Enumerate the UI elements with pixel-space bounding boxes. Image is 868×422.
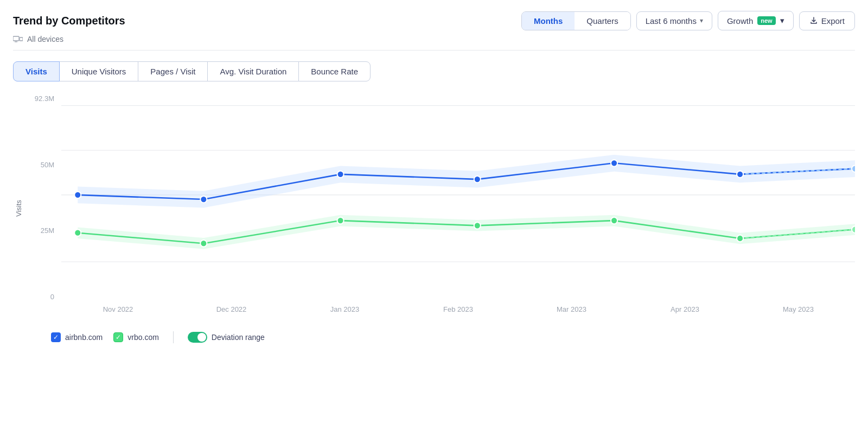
- header-divider: [13, 50, 855, 51]
- last-months-dropdown[interactable]: Last 6 months ▾: [636, 11, 712, 30]
- svg-point-13: [611, 160, 617, 166]
- svg-point-16: [74, 230, 81, 236]
- y-label-92: 92.3M: [26, 95, 59, 103]
- svg-rect-1: [20, 37, 23, 41]
- svg-point-19: [474, 222, 481, 229]
- tab-avg-visit-duration[interactable]: Avg. Visit Duration: [207, 61, 299, 81]
- chart-inner: 92.3M 50M 25M 0: [26, 95, 855, 323]
- x-label-jan: Jan 2023: [312, 305, 378, 313]
- export-button[interactable]: Export: [799, 11, 855, 30]
- subtitle-row: All devices: [13, 35, 855, 43]
- new-badge: new: [757, 16, 775, 25]
- legend-deviation: Deviation range: [188, 332, 265, 343]
- vrbo-label: vrbo.com: [127, 333, 159, 342]
- x-axis-labels: Nov 2022 Dec 2022 Jan 2023 Feb 2023 Mar …: [61, 301, 855, 323]
- vrbo-checkbox[interactable]: ✓: [113, 332, 123, 342]
- airbnb-label: airbnb.com: [65, 333, 103, 342]
- devices-icon: [13, 35, 23, 43]
- tab-unique-visitors[interactable]: Unique Visitors: [59, 61, 139, 81]
- y-label-25: 25M: [26, 226, 59, 235]
- chart-legend: ✓ airbnb.com ✓ vrbo.com Deviation range: [13, 331, 855, 343]
- svg-point-9: [74, 192, 81, 198]
- svg-point-17: [200, 240, 207, 247]
- svg-point-11: [337, 171, 344, 178]
- svg-point-22: [852, 226, 855, 232]
- svg-point-10: [200, 196, 207, 203]
- y-axis-labels: 92.3M 50M 25M 0: [26, 95, 59, 301]
- tab-bounce-rate[interactable]: Bounce Rate: [298, 61, 371, 81]
- growth-dropdown[interactable]: Growth new ▾: [718, 11, 794, 30]
- page-title: Trend by Competitors: [13, 15, 125, 27]
- svg-point-14: [737, 171, 743, 178]
- legend-airbnb: ✓ airbnb.com: [51, 332, 103, 342]
- legend-divider: [173, 331, 174, 343]
- x-label-mar: Mar 2023: [539, 305, 604, 313]
- toggle-knob: [197, 333, 206, 342]
- all-devices-label: All devices: [27, 35, 63, 43]
- legend-vrbo: ✓ vrbo.com: [113, 332, 159, 342]
- tab-pages-per-visit[interactable]: Pages / Visit: [138, 61, 208, 81]
- deviation-label: Deviation range: [212, 333, 265, 342]
- chevron-down-icon: ▾: [700, 17, 703, 24]
- y-label-50: 50M: [26, 161, 59, 169]
- quarters-button[interactable]: Quarters: [575, 12, 630, 30]
- svg-point-12: [474, 176, 481, 182]
- x-label-apr: Apr 2023: [653, 305, 718, 313]
- svg-point-21: [737, 235, 743, 242]
- y-axis-label: Visits: [13, 95, 24, 323]
- x-label-may: May 2023: [766, 305, 831, 313]
- period-toggle: Months Quarters: [521, 11, 631, 30]
- airbnb-checkbox[interactable]: ✓: [51, 332, 61, 342]
- svg-point-20: [611, 217, 617, 224]
- page-header: Trend by Competitors Months Quarters Las…: [13, 11, 855, 30]
- svg-rect-0: [13, 36, 19, 41]
- line-chart-svg: [61, 95, 855, 301]
- chart-area: Visits 92.3M 50M 25M 0: [13, 95, 855, 323]
- svg-point-18: [337, 217, 344, 224]
- x-label-nov: Nov 2022: [86, 305, 151, 313]
- deviation-toggle[interactable]: [188, 332, 207, 343]
- svg-point-15: [852, 165, 855, 172]
- tab-visits[interactable]: Visits: [13, 61, 60, 81]
- chart-plot: [61, 95, 855, 301]
- metric-tabs: Visits Unique Visitors Pages / Visit Avg…: [13, 61, 855, 81]
- chevron-down-icon: ▾: [780, 16, 784, 26]
- months-button[interactable]: Months: [522, 12, 575, 30]
- export-icon: [809, 16, 818, 25]
- header-controls: Months Quarters Last 6 months ▾ Growth n…: [521, 11, 855, 30]
- y-label-0: 0: [26, 293, 59, 301]
- x-label-dec: Dec 2022: [199, 305, 264, 313]
- x-label-feb: Feb 2023: [426, 305, 491, 313]
